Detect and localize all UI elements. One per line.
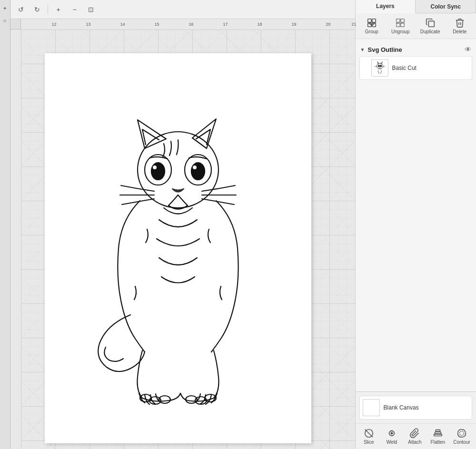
slice-label: Slice xyxy=(364,439,374,445)
layer-group-header[interactable]: ▼ Svg Outline 👁 xyxy=(359,44,472,55)
ruler-num-14: 14 xyxy=(120,22,125,27)
left-tool-1[interactable]: ✦ xyxy=(0,4,9,12)
delete-label: Delete xyxy=(453,29,466,34)
svg-point-3 xyxy=(153,166,157,169)
bottom-toolbar: Slice Weld Attach Flatten xyxy=(356,423,476,449)
undo-icon[interactable]: ↺ xyxy=(14,3,28,16)
group-label: Group xyxy=(365,29,378,34)
ruler-num-17: 17 xyxy=(223,22,228,27)
layer-group-svg-outline: ▼ Svg Outline 👁 xyxy=(356,41,476,84)
canvas-selector[interactable]: Blank Canvas xyxy=(359,396,472,420)
grid-canvas[interactable] xyxy=(21,29,355,449)
layer-info: Basic Cut xyxy=(392,65,468,71)
weld-icon xyxy=(387,428,397,439)
svg-rect-27 xyxy=(434,434,442,436)
canvas-thumbnail xyxy=(363,399,380,416)
svg-rect-14 xyxy=(372,19,376,22)
left-tool-2[interactable]: ⊹ xyxy=(0,16,9,25)
weld-button[interactable]: Weld xyxy=(381,427,402,446)
eye-icon[interactable]: 👁 xyxy=(465,46,471,53)
group-button[interactable]: Group xyxy=(360,16,384,36)
delete-button[interactable]: Delete xyxy=(448,16,472,36)
right-panel: Layers Color Sync Group Ungrou xyxy=(355,0,476,449)
duplicate-label: Duplicate xyxy=(420,29,440,34)
layer-item-basic-cut[interactable]: Basic Cut xyxy=(359,56,472,80)
ruler-num-15: 15 xyxy=(155,22,159,27)
flatten-button[interactable]: Flatten xyxy=(427,427,448,446)
separator-1 xyxy=(48,5,48,14)
contour-button[interactable]: Contour xyxy=(450,427,473,446)
ruler-num-18: 18 xyxy=(258,22,262,27)
svg-point-23 xyxy=(378,65,380,67)
svg-point-6 xyxy=(193,166,197,169)
top-toolbar: ↺ ↻ + − ⊡ xyxy=(10,0,355,19)
svg-rect-17 xyxy=(397,19,400,22)
bottom-section: Blank Canvas xyxy=(356,391,476,423)
slice-button[interactable]: Slice xyxy=(358,427,379,446)
layer-group-title: Svg Outline xyxy=(368,46,462,53)
attach-icon xyxy=(409,428,420,439)
group-icon xyxy=(367,18,377,28)
tab-color-sync[interactable]: Color Sync xyxy=(416,0,476,13)
panel-tabs: Layers Color Sync xyxy=(356,0,476,13)
canvas-area: ↺ ↻ + − ⊡ 12 13 14 15 16 17 18 19 20 21 xyxy=(10,0,355,449)
svg-rect-19 xyxy=(397,23,400,27)
left-sidebar: ✦ ⊹ xyxy=(0,0,10,449)
expand-arrow-icon: ▼ xyxy=(360,47,365,52)
duplicate-button[interactable]: Duplicate xyxy=(417,16,443,36)
attach-button[interactable]: Attach xyxy=(404,427,425,446)
tab-layers[interactable]: Layers xyxy=(356,0,416,13)
svg-point-24 xyxy=(380,65,382,67)
ruler-corner xyxy=(10,19,21,29)
ungroup-label: Ungroup xyxy=(391,29,409,34)
weld-label: Weld xyxy=(387,439,397,445)
svg-rect-18 xyxy=(401,19,404,22)
zoom-out-icon[interactable]: − xyxy=(68,3,81,16)
ruler-num-19: 19 xyxy=(292,22,297,27)
duplicate-icon xyxy=(425,18,436,28)
zoom-in-icon[interactable]: + xyxy=(52,3,65,16)
design-canvas xyxy=(45,53,311,443)
attach-label: Attach xyxy=(408,439,421,445)
svg-rect-20 xyxy=(401,23,404,27)
ruler-num-16: 16 xyxy=(189,22,194,27)
ungroup-button[interactable]: Ungroup xyxy=(388,16,412,36)
contour-label: Contour xyxy=(453,439,470,445)
svg-rect-28 xyxy=(435,432,441,434)
cat-svg xyxy=(64,82,292,415)
ungroup-icon xyxy=(395,18,406,28)
flatten-icon xyxy=(433,428,443,439)
layer-item-name: Basic Cut xyxy=(392,65,468,71)
zoom-fit-icon[interactable]: ⊡ xyxy=(84,3,98,16)
layer-thumbnail xyxy=(371,59,388,77)
layers-content: ▼ Svg Outline 👁 xyxy=(356,39,476,391)
svg-rect-21 xyxy=(428,21,434,27)
ruler-horizontal: 12 13 14 15 16 17 18 19 20 21 xyxy=(21,19,355,29)
ruler-num-13: 13 xyxy=(86,22,91,27)
redo-icon[interactable]: ↻ xyxy=(30,3,44,16)
contour-icon xyxy=(456,428,467,439)
ruler-num-12: 12 xyxy=(52,22,57,27)
delete-icon xyxy=(455,18,465,28)
slice-icon xyxy=(364,428,374,439)
flatten-label: Flatten xyxy=(431,439,446,445)
svg-rect-13 xyxy=(368,19,371,22)
svg-rect-29 xyxy=(436,430,440,432)
canvas-label: Blank Canvas xyxy=(384,404,419,411)
panel-toolbar: Group Ungroup Duplicate xyxy=(356,13,476,39)
svg-point-5 xyxy=(191,163,205,180)
svg-point-2 xyxy=(151,163,165,180)
ruler-num-20: 20 xyxy=(326,22,331,27)
